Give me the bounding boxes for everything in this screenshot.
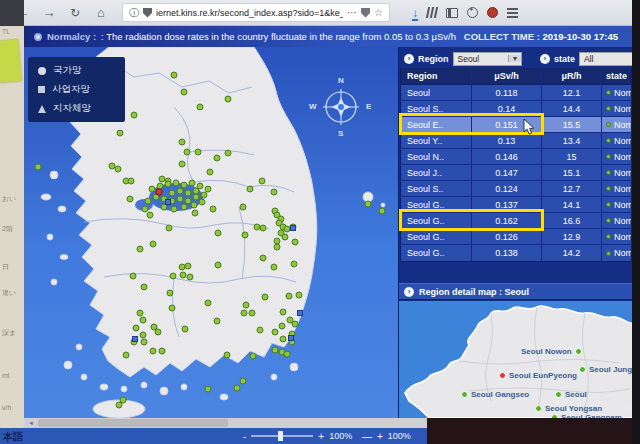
station-dot[interactable] xyxy=(109,163,115,169)
detail-station[interactable]: Seoul Jung.. xyxy=(579,365,632,374)
station-dot[interactable] xyxy=(159,348,165,354)
home-icon[interactable]: ⌂ xyxy=(88,5,114,20)
station-dot[interactable] xyxy=(274,244,280,250)
station-dot[interactable] xyxy=(133,325,139,331)
table-row[interactable]: Seoul N..0.14615Nom xyxy=(401,149,631,165)
zoom-out-button[interactable]: - xyxy=(243,431,246,442)
station-dot[interactable] xyxy=(225,150,231,156)
station-dot[interactable] xyxy=(192,210,198,216)
station-dot[interactable] xyxy=(193,188,199,194)
station-dot[interactable] xyxy=(262,294,268,300)
station-dot[interactable] xyxy=(215,262,221,268)
station-dot[interactable] xyxy=(193,194,199,200)
station-dot[interactable] xyxy=(284,226,290,232)
station-dot[interactable] xyxy=(117,130,123,136)
station-dot[interactable] xyxy=(195,149,201,155)
table-row[interactable]: Seoul S..0.1414.4Nom xyxy=(401,101,631,117)
station-dot[interactable] xyxy=(181,204,187,210)
page-info-icon[interactable]: ⓘ xyxy=(129,6,139,20)
station-dot[interactable] xyxy=(207,169,213,175)
station-dot[interactable] xyxy=(215,230,221,236)
station-dot[interactable] xyxy=(149,186,155,192)
bookmark-star-icon[interactable]: ☆ xyxy=(374,7,383,18)
station-dot[interactable] xyxy=(179,139,185,145)
station-dot[interactable] xyxy=(155,329,161,335)
tracking-shield-icon[interactable] xyxy=(143,8,152,18)
station-dot[interactable] xyxy=(128,178,134,184)
station-dot[interactable] xyxy=(365,201,371,207)
station-dot[interactable] xyxy=(271,189,277,195)
station-dot[interactable] xyxy=(137,246,143,252)
table-row[interactable]: Seoul G..0.13814.2Nom xyxy=(401,245,631,261)
station-dot[interactable] xyxy=(142,206,148,212)
station-square[interactable] xyxy=(133,337,138,342)
station-dot[interactable] xyxy=(185,263,191,269)
url-text[interactable]: iernet.kins.re.kr/second_index.asp?sido=… xyxy=(156,8,343,18)
legend-item-operator[interactable]: 사업자망 xyxy=(38,83,115,96)
station-dot[interactable] xyxy=(214,155,220,161)
station-dot[interactable] xyxy=(274,238,280,244)
station-dot[interactable] xyxy=(177,196,183,202)
station-dot[interactable] xyxy=(286,293,292,299)
station-dot[interactable] xyxy=(181,89,187,95)
station-dot[interactable] xyxy=(205,300,211,306)
state-select[interactable]: All xyxy=(579,52,632,66)
station-dot[interactable] xyxy=(272,347,278,353)
station-dot[interactable] xyxy=(247,186,253,192)
station-dot[interactable] xyxy=(145,198,151,204)
seoul-detail-map[interactable]: Seoul NowonSeoul Jung..Seoul EunPyeongSe… xyxy=(399,301,632,418)
legend-item-national[interactable]: 국가망 xyxy=(38,64,115,77)
station-dot[interactable] xyxy=(254,224,260,230)
station-dot[interactable] xyxy=(271,264,277,270)
station-dot[interactable] xyxy=(169,305,175,311)
detail-station[interactable]: Seoul Nowon xyxy=(521,347,582,356)
station-dot[interactable] xyxy=(191,202,197,208)
station-dot[interactable] xyxy=(157,183,163,189)
station-dot[interactable] xyxy=(173,180,179,186)
station-dot[interactable] xyxy=(141,339,147,345)
station-square[interactable] xyxy=(289,336,294,341)
station-dot[interactable] xyxy=(140,332,146,338)
forward-icon[interactable]: → xyxy=(36,5,62,20)
station-dot[interactable] xyxy=(182,326,188,332)
station-dot[interactable] xyxy=(185,198,191,204)
station-dot[interactable] xyxy=(292,239,298,245)
library-icon[interactable] xyxy=(426,7,438,18)
table-row[interactable]: Seoul G..0.16216.6Nom xyxy=(401,213,631,229)
station-dot[interactable] xyxy=(284,351,290,357)
station-dot[interactable] xyxy=(205,386,211,392)
sidebar-toggle-icon[interactable] xyxy=(446,8,458,18)
station-dot[interactable] xyxy=(179,264,185,270)
station-dot[interactable] xyxy=(150,241,156,247)
station-dot[interactable] xyxy=(280,309,286,315)
korea-map-panel[interactable]: 국가망 사업자망 지자체망 xyxy=(24,47,398,418)
station-dot[interactable] xyxy=(282,234,288,240)
address-bar[interactable]: ⓘ iernet.kins.re.kr/second_index.asp?sid… xyxy=(122,3,390,22)
station-dot[interactable] xyxy=(165,181,171,187)
scroll-down-icon[interactable]: ∨ xyxy=(624,403,630,412)
table-row[interactable]: Seoul J..0.14715.1Nom xyxy=(401,165,631,181)
station-dot[interactable] xyxy=(260,255,266,261)
station-dot[interactable] xyxy=(379,208,385,214)
save-to-pocket-icon[interactable] xyxy=(361,8,370,18)
table-row[interactable]: Seoul S..0.12412.7Nom xyxy=(401,181,631,197)
detail-station[interactable]: Seoul xyxy=(555,390,587,399)
station-dot[interactable] xyxy=(181,182,187,188)
station-dot[interactable] xyxy=(116,402,122,408)
station-dot[interactable] xyxy=(279,323,285,329)
station-dot[interactable] xyxy=(210,206,216,212)
station-dot[interactable] xyxy=(127,196,133,202)
station-dot[interactable] xyxy=(180,272,186,278)
detail-station[interactable]: Seoul Gangseo xyxy=(461,390,529,399)
station-dot[interactable] xyxy=(170,273,176,279)
station-square[interactable] xyxy=(291,226,296,231)
station-dot[interactable] xyxy=(141,284,147,290)
table-row[interactable]: Seoul Y..0.1313.4Nom xyxy=(401,133,631,149)
station-dot[interactable] xyxy=(171,206,177,212)
station-dot[interactable] xyxy=(123,352,129,358)
extension-icon[interactable] xyxy=(487,7,498,18)
station-dot[interactable] xyxy=(130,273,136,279)
station-square[interactable] xyxy=(166,200,171,205)
station-square[interactable] xyxy=(298,311,303,316)
zoom-out-button-2[interactable]: — xyxy=(362,431,372,442)
